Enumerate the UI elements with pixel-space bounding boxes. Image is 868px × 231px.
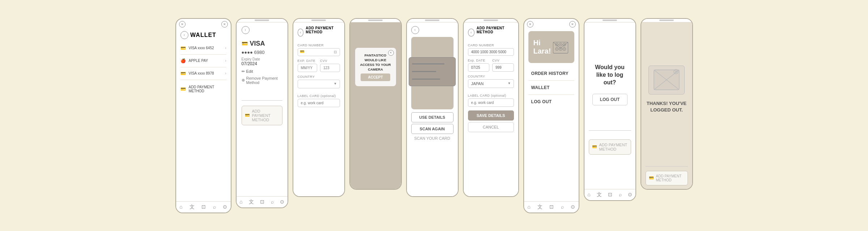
order-history-item[interactable]: ORDER HISTORY xyxy=(528,67,574,81)
logout-button[interactable]: LOG OUT xyxy=(592,94,627,105)
logout-question: Would you like to log out? xyxy=(592,64,627,86)
phone-wallet: ✕ ✕ ‹ WALLET 💳 VISA xxxx 6452 › 🍎 APPLE … xyxy=(175,18,231,213)
label-card-input[interactable] xyxy=(298,99,340,107)
card-input-icon: 💳 xyxy=(300,50,304,54)
nav-user-icon[interactable]: ⊙ xyxy=(223,204,227,210)
scan-back-button[interactable]: ‹ xyxy=(411,26,419,34)
filled-cvv-input[interactable] xyxy=(492,63,514,72)
expiry-value: 07/2024 xyxy=(242,61,282,66)
screens-container: ✕ ✕ ‹ WALLET 💳 VISA xxxx 6452 › 🍎 APPLE … xyxy=(175,18,693,213)
wallet-item[interactable]: WALLET xyxy=(528,81,574,95)
filled-exp-label: Exp. DATE xyxy=(468,59,490,62)
nav-cart-icon[interactable]: ⊡ xyxy=(201,204,206,210)
nav-home-icon8[interactable]: ⌂ xyxy=(587,192,590,198)
add-payment-button[interactable]: 💳 ADD PAYMENT METHOD xyxy=(242,106,282,125)
edit-label: Edit xyxy=(246,69,253,74)
nav-home-icon[interactable]: ⌂ xyxy=(179,204,182,210)
phone-notch-8 xyxy=(584,19,635,22)
payment-item-applepay[interactable]: 🍎 APPLE PAY › xyxy=(180,55,226,67)
add-icon-9: 💳 xyxy=(649,176,654,180)
add-payment-btn-8[interactable]: 💳 ADD PAYMENT METHOD xyxy=(589,139,631,155)
filled-card-number[interactable]: 4000 1000 3000 5000 xyxy=(471,50,511,54)
applepay-label: APPLE PAY xyxy=(189,59,208,63)
nav-search-icon8[interactable]: ⌕ xyxy=(619,192,622,198)
phone-add-payment: ‹ ADD PAYMENT METHOD CARD NUMBER 💳 ⊡ EXP… xyxy=(293,18,345,197)
camera-close-btn[interactable]: ✕ xyxy=(388,50,394,56)
card-number-input[interactable] xyxy=(301,50,334,54)
nav-user-icon2[interactable]: ⊙ xyxy=(280,199,284,205)
close-button-2[interactable]: ✕ xyxy=(221,21,228,28)
phone-notch-6 xyxy=(464,19,518,22)
back-button[interactable]: ‹ xyxy=(180,31,188,39)
visa1-label: VISA xxxx 6452 xyxy=(189,46,214,50)
logged-out-image xyxy=(648,66,685,94)
nav-search-icon[interactable]: ⌕ xyxy=(213,204,216,210)
remove-icon: ⊕ xyxy=(242,78,245,83)
filled-country-select[interactable]: JAPAN xyxy=(468,79,514,88)
filled-back-button[interactable]: ‹ xyxy=(468,29,475,37)
nav-search-icon2[interactable]: ⌕ xyxy=(271,199,274,205)
chevron-right-icon3: › xyxy=(225,71,226,75)
nav-user-icon7[interactable]: ⊙ xyxy=(571,204,575,210)
nav-cart-icon7[interactable]: ⊡ xyxy=(549,204,554,210)
nav-bar: ⌂ 文 ⊡ ⌕ ⊙ xyxy=(176,201,231,213)
nav-cart-icon8[interactable]: ⊡ xyxy=(608,192,612,198)
phone-camera: ✕ PANTASTICO WOULD LIKE ACCESS TO YOUR C… xyxy=(349,18,402,190)
phone-account: ✕ ✕ Hi Lara! xyxy=(523,18,579,213)
filled-cvv-label: CVV xyxy=(492,59,514,62)
accept-button[interactable]: ACCEPT xyxy=(361,74,390,81)
nav-search-icon7[interactable]: ⌕ xyxy=(561,204,564,210)
logout-item[interactable]: LOG OUT xyxy=(528,95,574,109)
filled-label-input[interactable] xyxy=(468,98,514,107)
cvv-input[interactable] xyxy=(320,64,340,72)
phone-notch-9 xyxy=(641,19,692,22)
chevron-right-icon2: › xyxy=(225,59,226,63)
camera-permission-text: PANTASTICO WOULD LIKE ACCESS TO YOUR CAM… xyxy=(359,53,392,72)
nav-translate-icon2[interactable]: 文 xyxy=(249,199,254,205)
nav-bar-7: ⌂ 文 ⊡ ⌕ ⊙ xyxy=(524,201,579,213)
country-label: COUNTRY xyxy=(298,75,340,79)
use-details-button[interactable]: USE DETAILS xyxy=(411,112,454,122)
scan-again-button[interactable]: SCAN AGAIN xyxy=(411,124,454,134)
card-dots: ●●●● 6980 xyxy=(242,50,282,55)
filled-title: ADD PAYMENT METHOD xyxy=(477,26,514,34)
add-payment-back[interactable]: ‹ xyxy=(298,29,304,37)
phone-notch-5 xyxy=(407,19,458,22)
edit-link[interactable]: ✏ Edit xyxy=(242,69,282,74)
nav-cart-icon2[interactable]: ⊡ xyxy=(260,199,264,205)
phone-notch-4 xyxy=(350,19,401,22)
remove-label: Remove Payment Method xyxy=(246,76,282,85)
cvv-label: CVV xyxy=(320,59,340,63)
close-button[interactable]: ✕ xyxy=(179,21,186,28)
payment-item-visa2[interactable]: 💳 VISA xxxx 8978 › xyxy=(180,67,226,80)
visa-back-button[interactable]: ‹ xyxy=(242,26,250,34)
add-payment-item[interactable]: 💳 ADD PAYMENT METHOD xyxy=(180,81,226,97)
nav-user-icon8[interactable]: ⊙ xyxy=(628,192,632,198)
add-payment-label: ADD PAYMENT METHOD xyxy=(189,85,226,93)
cancel-button[interactable]: CANCEL xyxy=(468,122,514,132)
add-icon-8: 💳 xyxy=(592,144,597,149)
wallet-title: WALLET xyxy=(190,32,216,38)
card-scan-icon: ⊡ xyxy=(334,50,337,54)
save-details-button[interactable]: SAVE DETAILS xyxy=(468,110,514,121)
payment-item-visa1[interactable]: 💳 VISA xxxx 6452 › xyxy=(180,42,226,55)
apple-icon: 🍎 xyxy=(180,58,186,63)
account-close-1[interactable]: ✕ xyxy=(527,21,533,28)
phone-scan: ‹ USE DETAILS SCAN AGAIN SCAN YOUR CARD xyxy=(406,18,459,197)
greeting-envelope-icon xyxy=(552,36,569,58)
country-select[interactable] xyxy=(298,80,340,88)
edit-icon: ✏ xyxy=(242,69,245,74)
exp-date-input[interactable] xyxy=(298,64,318,72)
filled-card-label: CARD NUMBER xyxy=(468,43,514,47)
nav-translate-icon7[interactable]: 文 xyxy=(537,204,542,210)
remove-link[interactable]: ⊕ Remove Payment Method xyxy=(242,76,282,85)
add-payment-btn-9[interactable]: 💳 ADD PAYMENT METHOD xyxy=(646,171,688,185)
filled-exp-input[interactable] xyxy=(468,63,490,72)
scan-card-visual xyxy=(409,57,456,86)
add-icon: 💳 xyxy=(245,113,250,118)
nav-home-icon7[interactable]: ⌂ xyxy=(527,204,530,210)
nav-home-icon2[interactable]: ⌂ xyxy=(239,199,242,205)
nav-translate-icon8[interactable]: 文 xyxy=(597,192,602,198)
nav-translate-icon[interactable]: 文 xyxy=(190,204,195,210)
account-close-2[interactable]: ✕ xyxy=(569,21,576,28)
